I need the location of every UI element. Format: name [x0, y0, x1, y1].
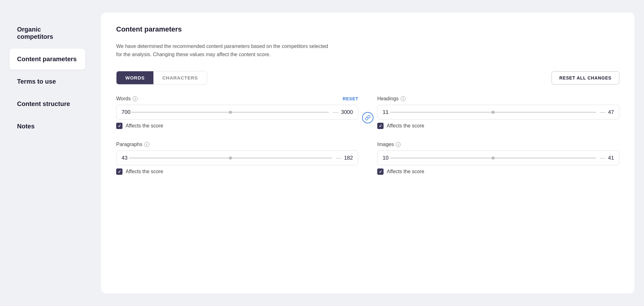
reset-all-button[interactable]: RESET ALL CHANGES	[552, 71, 619, 85]
link-parameters-icon[interactable]	[362, 112, 373, 123]
headings-max-value: 47	[608, 109, 614, 115]
paragraphs-affects-checkbox[interactable]	[116, 168, 122, 175]
words-label: Words i	[116, 96, 138, 102]
sidebar-item-terms-to-use[interactable]: Terms to use	[9, 71, 85, 92]
images-min-value: 10	[383, 155, 389, 161]
headings-range-box: 11 — 47	[377, 105, 619, 120]
page-description: We have determined the recommended conte…	[116, 42, 331, 58]
paragraphs-slider[interactable]	[129, 157, 332, 159]
param-words: Words i RESET 700 — 3000 Affects the sco…	[116, 96, 358, 129]
words-min-value: 700	[122, 109, 130, 115]
images-affects-row: Affects the score	[377, 168, 619, 175]
headings-slider[interactable]	[390, 112, 596, 113]
param-paragraphs: Paragraphs i 43 — 182 Affects the score	[116, 142, 358, 175]
link-col-row1	[358, 96, 377, 129]
paragraphs-label-row: Paragraphs i	[116, 142, 358, 147]
tabs-group: WORDS CHARACTERS	[116, 71, 207, 85]
words-affects-checkbox[interactable]	[116, 123, 122, 129]
words-range-box: 700 — 3000	[116, 105, 358, 120]
images-separator: —	[597, 155, 608, 161]
page-title: Content parameters	[116, 25, 619, 33]
images-slider[interactable]	[390, 157, 596, 159]
images-info-icon[interactable]: i	[396, 142, 401, 147]
sidebar: Organic competitors Content parameters T…	[0, 0, 95, 306]
words-slider[interactable]	[132, 112, 329, 113]
words-reset-link[interactable]: RESET	[343, 96, 358, 101]
headings-min-value: 11	[383, 109, 389, 115]
images-range-box: 10 — 41	[377, 150, 619, 165]
tab-characters[interactable]: CHARACTERS	[153, 71, 207, 84]
words-label-row: Words i RESET	[116, 96, 358, 102]
param-headings: Headings i 11 — 47 Affects the score	[377, 96, 619, 129]
images-affects-checkbox[interactable]	[377, 168, 384, 175]
paragraphs-label: Paragraphs i	[116, 142, 149, 147]
params-grid: Words i RESET 700 — 3000 Affects the sco…	[116, 96, 619, 175]
sidebar-item-notes[interactable]: Notes	[9, 116, 85, 137]
paragraphs-min-value: 43	[122, 155, 128, 161]
headings-label: Headings i	[377, 96, 406, 102]
headings-affects-row: Affects the score	[377, 123, 619, 129]
headings-affects-text: Affects the score	[387, 123, 424, 129]
tabs-row: WORDS CHARACTERS RESET ALL CHANGES	[116, 71, 619, 85]
paragraphs-range-box: 43 — 182	[116, 150, 358, 165]
tab-words[interactable]: WORDS	[116, 71, 153, 84]
images-affects-text: Affects the score	[387, 169, 424, 174]
images-max-value: 41	[608, 155, 614, 161]
words-max-value: 3000	[341, 109, 353, 115]
param-images: Images i 10 — 41 Affects the score	[377, 142, 619, 175]
images-label-row: Images i	[377, 142, 619, 147]
link-col-row2	[358, 142, 377, 175]
main-content: Content parameters We have determined th…	[95, 0, 644, 306]
paragraphs-max-value: 182	[344, 155, 353, 161]
paragraphs-info-icon[interactable]: i	[144, 142, 149, 147]
words-separator: —	[330, 109, 341, 115]
headings-separator: —	[597, 109, 608, 115]
content-card: Content parameters We have determined th…	[101, 13, 635, 293]
paragraphs-separator: —	[333, 155, 344, 161]
headings-affects-checkbox[interactable]	[377, 123, 384, 129]
words-affects-text: Affects the score	[126, 123, 163, 129]
headings-info-icon[interactable]: i	[401, 96, 406, 101]
headings-label-row: Headings i	[377, 96, 619, 102]
paragraphs-affects-text: Affects the score	[126, 169, 163, 174]
sidebar-item-content-structure[interactable]: Content structure	[9, 93, 85, 115]
paragraphs-affects-row: Affects the score	[116, 168, 358, 175]
sidebar-item-organic-competitors[interactable]: Organic competitors	[9, 19, 85, 47]
images-label: Images i	[377, 142, 401, 147]
words-info-icon[interactable]: i	[133, 96, 138, 101]
sidebar-item-content-parameters[interactable]: Content parameters	[9, 49, 85, 70]
words-affects-row: Affects the score	[116, 123, 358, 129]
